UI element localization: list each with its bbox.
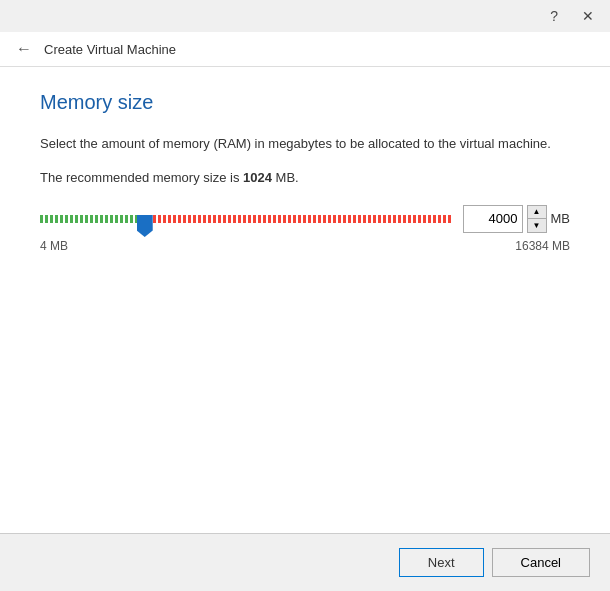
- memory-input-group: 4000 ▲ ▼ MB: [463, 205, 571, 233]
- help-button[interactable]: ?: [544, 6, 564, 26]
- memory-slider[interactable]: [40, 215, 453, 223]
- range-min-label: 4 MB: [40, 239, 68, 253]
- main-content: Memory size Select the amount of memory …: [0, 67, 610, 533]
- spin-down-button[interactable]: ▼: [528, 218, 546, 231]
- slider-wrapper: [40, 211, 453, 226]
- range-max-label: 16384 MB: [515, 239, 570, 253]
- section-title: Memory size: [40, 91, 570, 114]
- description-text: Select the amount of memory (RAM) in meg…: [40, 134, 570, 154]
- title-bar: ? ✕: [0, 0, 610, 32]
- window-title: Create Virtual Machine: [44, 42, 176, 57]
- next-button[interactable]: Next: [399, 548, 484, 577]
- header: ← Create Virtual Machine: [0, 32, 610, 67]
- spin-buttons: ▲ ▼: [527, 205, 547, 233]
- memory-input[interactable]: 4000: [463, 205, 523, 233]
- cancel-button[interactable]: Cancel: [492, 548, 590, 577]
- footer: Next Cancel: [0, 533, 610, 591]
- range-labels: 4 MB 16384 MB: [40, 239, 570, 253]
- close-button[interactable]: ✕: [576, 6, 600, 26]
- mb-label: MB: [551, 211, 571, 226]
- recommended-text: The recommended memory size is 1024 MB.: [40, 170, 570, 185]
- spin-up-button[interactable]: ▲: [528, 206, 546, 219]
- slider-row: 4000 ▲ ▼ MB: [40, 205, 570, 233]
- back-arrow-icon[interactable]: ←: [16, 40, 32, 58]
